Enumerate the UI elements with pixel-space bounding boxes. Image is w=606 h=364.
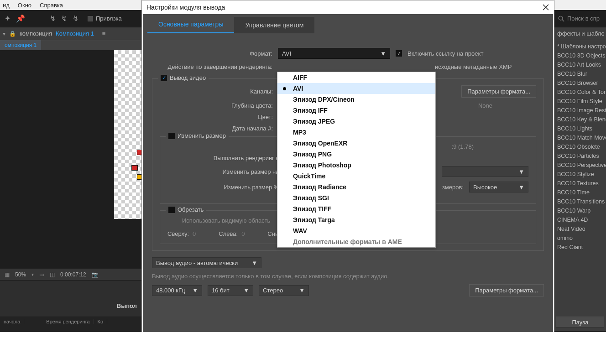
effects-list-item[interactable]: BCC10 Film Style [554,97,606,106]
format-option[interactable]: Эпизод DPX/Cineon [277,94,435,105]
audio-khz-dropdown[interactable]: 48.000 кГц▼ [152,285,202,296]
effects-list-item[interactable]: BCC10 Obsolete [554,142,606,151]
resize-quality-value: Высокое [473,184,497,191]
effects-list-item[interactable]: BCC10 Transitions [554,197,606,206]
format-option[interactable]: Эпизод OpenEXR [277,138,435,149]
color-label: Цвет: [160,114,278,120]
depth-label: Глубина цвета: [160,102,278,109]
zoom-value[interactable]: 50% [15,271,26,278]
audio-channels-dropdown[interactable]: Стерео▼ [259,285,309,296]
format-option[interactable]: AIFF [277,72,435,83]
viewer-tab-active[interactable]: омпозиция 1 [0,40,41,50]
tool-icon[interactable]: 📌 [16,14,25,23]
axis-icon[interactable]: ↯ [73,14,78,23]
effects-list-item[interactable]: BCC10 Art Looks [554,60,606,69]
format-option[interactable]: Эпизод SGI [277,192,435,203]
snapshot-icon[interactable]: 📷 [92,271,99,278]
resize-checkbox[interactable] [168,133,175,139]
resize-preset-dropdown[interactable]: ▼ [442,166,528,177]
crop-left-value[interactable]: 0 [241,230,245,237]
audio-khz-value: 48.000 кГц [156,287,185,294]
close-icon[interactable] [542,4,549,11]
crop-checkbox[interactable] [168,207,175,213]
panel-icon[interactable]: 🔒 [9,31,16,37]
effects-list[interactable]: * Шаблоны настроBCC10 3D ObjectsBCC10 Ar… [554,40,606,254]
tool-icon[interactable]: ✦ [5,14,10,23]
audio-format-options-button[interactable]: Параметры формата... [469,284,544,296]
format-option[interactable]: Эпизод Photoshop [277,160,435,171]
effects-list-item[interactable]: BCC10 Blur [554,69,606,78]
timecode[interactable]: 0:00:07:12 [60,271,86,278]
menu-view[interactable]: ид [3,2,10,9]
format-option[interactable]: Эпизод TIFF [277,203,435,214]
audio-bit-dropdown[interactable]: 16 бит▼ [208,285,253,296]
menu-help[interactable]: Справка [40,2,63,9]
format-option[interactable]: Эпизод Radiance [277,182,435,192]
format-options-button[interactable]: Параметры формата... [461,85,536,98]
panel-menu-icon[interactable]: ▾ [3,31,5,37]
effects-list-item[interactable]: BCC10 Stylize [554,170,606,179]
effects-list-item[interactable]: BCC10 Browser [554,78,606,88]
aspect-icon[interactable]: ▭ [39,271,44,278]
crop-left-label: Слева: [219,230,238,237]
layer-marker[interactable] [131,165,138,171]
effects-list-item[interactable]: omino [554,234,606,243]
effects-list-item[interactable]: BCC10 Match Move [554,133,606,142]
format-option[interactable]: QuickTime [277,171,435,182]
effects-list-item[interactable]: BCC10 3D Objects [554,51,606,60]
effects-list-item[interactable]: CINEMA 4D [554,215,606,224]
include-project-checkbox[interactable]: ✓ [396,50,402,57]
audio-output-dropdown[interactable]: Вывод аудио - автоматически ▼ [152,257,261,268]
effects-list-item[interactable]: Neat Video [554,224,606,234]
effects-list-item[interactable]: BCC10 Time [554,188,606,197]
resize-to-label: Изменить размер на: [167,168,286,175]
crop-top-value[interactable]: 0 [193,230,196,237]
effects-list-item[interactable]: BCC10 Warp [554,206,606,215]
axis-icon[interactable]: ↯ [61,14,67,23]
format-option[interactable]: MP3 [277,127,435,138]
chevron-down-icon: ▼ [518,168,524,175]
effects-list-item[interactable]: BCC10 Particles [554,151,606,161]
format-option[interactable]: Эпизод JPEG [277,116,435,127]
panel-options-icon[interactable]: ≡ [102,30,106,37]
transparency-grid [114,50,142,219]
xmp-label: исходные метаданные XMP [435,63,512,70]
tab-color[interactable]: Управление цветом [234,17,314,33]
menu-window[interactable]: Окно [18,2,31,9]
safe-icon[interactable]: ◫ [50,271,55,278]
tab-main[interactable]: Основные параметры [147,16,234,33]
resize-quality-dropdown[interactable]: Высокое ▼ [469,182,528,192]
axis-icon[interactable]: ↯ [50,14,56,23]
effects-tab[interactable]: ффекты и шабло [554,27,606,40]
format-option[interactable]: Эпизод Targa [277,214,435,225]
snap-toggle[interactable]: Привязка [88,15,122,22]
format-options-list[interactable]: AIFFAVIЭпизод DPX/CineonЭпизод IFFЭпизод… [277,72,436,248]
format-option[interactable]: WAV [277,225,435,236]
pause-button[interactable]: Пауза [556,317,604,328]
chevron-down-icon: ▼ [380,50,386,57]
effects-list-item[interactable]: BCC10 Image Resto [554,106,606,115]
help-search[interactable]: Поиск в спр [554,10,606,27]
effects-list-item[interactable]: BCC10 Perspective [554,161,606,170]
grid-icon[interactable]: ▦ [5,271,10,278]
format-option-ame[interactable]: Дополнительные форматы в AME [277,236,435,247]
effects-list-item[interactable]: BCC10 Lights [554,124,606,133]
format-dropdown[interactable]: AVI ▼ [278,48,390,59]
effects-list-item[interactable]: BCC10 Color & Ton [554,88,606,97]
video-output-checkbox[interactable]: ✓ [161,75,167,81]
include-project-label: Включить ссылку на проект [407,50,483,57]
effects-list-item[interactable]: Red Giant [554,243,606,252]
effects-list-item[interactable]: BCC10 Key & Blend [554,115,606,124]
composition-link[interactable]: Композиция 1 [56,30,94,37]
resize-quality-label: змеров: [442,184,464,191]
chevron-down-icon: ▼ [299,287,305,294]
render-queue-title: Выпол [0,281,142,309]
format-option[interactable]: Эпизод IFF [277,105,435,116]
composition-panel-tabs: ▾ 🔒 композиция Композиция 1 ≡ [0,27,142,40]
audio-output-value: Вывод аудио - автоматически [156,260,238,266]
effects-list-item[interactable]: BCC10 Textures [554,179,606,188]
format-option[interactable]: Эпизод PNG [277,149,435,160]
effects-list-item[interactable]: * Шаблоны настро [554,42,606,51]
format-option[interactable]: AVI [277,83,435,94]
col-start: начала [0,319,24,324]
